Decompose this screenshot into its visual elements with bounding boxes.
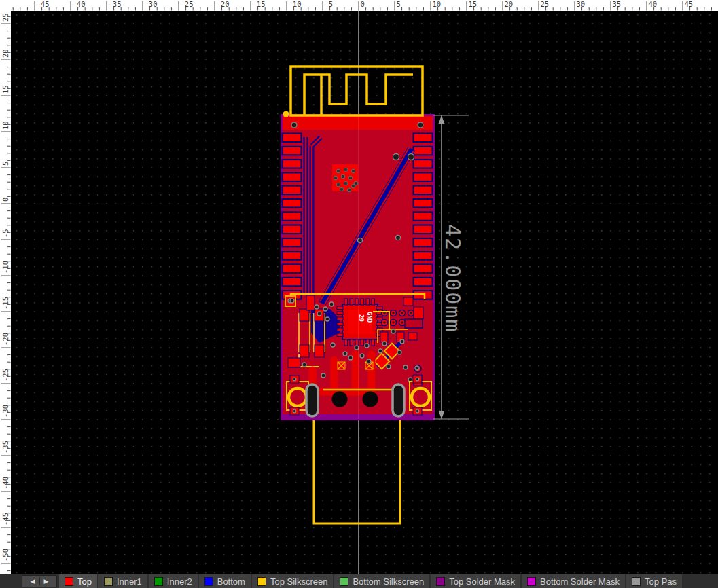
layer-tab-label: Inner1 (117, 576, 142, 587)
castellated-pad (414, 172, 433, 181)
left-ruler: -50-45-40-35-30-25-20-15-10-50510152025 (0, 0, 11, 574)
castellated-pad (414, 291, 433, 299)
castellated-pad (283, 238, 302, 247)
via (365, 344, 369, 348)
dimension-label: 42.000mm (441, 224, 465, 333)
castellated-pad (414, 238, 433, 247)
layer-tab-inner2[interactable]: Inner2 (149, 574, 198, 588)
svg-text:5: 5 (1, 162, 10, 166)
castellated-pad (283, 278, 302, 287)
svg-text:-30: -30 (1, 405, 10, 418)
via (321, 373, 325, 378)
svg-text:-30: -30 (145, 0, 158, 8)
via[interactable] (408, 154, 414, 160)
svg-text:-10: -10 (1, 261, 10, 274)
svg-text:-10: -10 (289, 0, 302, 8)
layer-tab-top-silkscreen[interactable]: Top Silkscreen (252, 574, 334, 588)
layer-tab-label: Top (77, 576, 92, 587)
usb-shield-slot (306, 384, 318, 416)
svg-text:45: 45 (685, 0, 694, 8)
castellated-pad (283, 265, 302, 274)
svg-text:-45: -45 (37, 0, 50, 8)
next-layer-button[interactable]: ▶ (40, 575, 53, 587)
svg-text:0: 0 (1, 198, 10, 202)
svg-text:-5: -5 (1, 229, 10, 238)
via (403, 365, 408, 369)
svg-text:30: 30 (577, 0, 586, 8)
svg-text:-45: -45 (1, 513, 10, 526)
svg-text:-15: -15 (1, 297, 10, 310)
svg-text:35: 35 (613, 0, 622, 8)
pcb-canvas[interactable]: GND 29 (0, 0, 718, 588)
layer-color-swatch (154, 577, 163, 586)
via (400, 339, 404, 344)
svg-text:-15: -15 (253, 0, 266, 8)
layer-nav: ◀ ▶ (22, 575, 57, 587)
castellated-pad (283, 199, 302, 208)
castellated-pad (283, 134, 302, 143)
svg-text:-40: -40 (1, 477, 10, 490)
svg-text:-35: -35 (1, 441, 10, 454)
castellated-pad (414, 265, 433, 274)
castellated-pad (414, 251, 433, 260)
svg-text:-35: -35 (109, 0, 122, 8)
layer-tab-label: Top Pas (645, 576, 677, 587)
via (391, 329, 395, 333)
castellated-pad (283, 225, 302, 234)
via[interactable] (396, 236, 401, 240)
top-ruler: -45-40-35-30-25-20-15-10-505101520253035… (0, 0, 718, 11)
svg-text:-25: -25 (181, 0, 194, 8)
layer-tab-top[interactable]: Top (59, 574, 97, 588)
via (387, 365, 391, 369)
via (329, 302, 334, 306)
via (343, 352, 347, 356)
via[interactable] (418, 122, 423, 128)
svg-text:-40: -40 (73, 0, 86, 8)
castellated-pad (283, 172, 302, 181)
prev-layer-button[interactable]: ◀ (26, 575, 39, 587)
castellated-pad (283, 251, 302, 260)
svg-text:-20: -20 (1, 333, 10, 346)
via (317, 312, 321, 316)
drill-hole (363, 392, 378, 407)
layer-color-swatch (204, 577, 213, 586)
layer-tab-inner1[interactable]: Inner1 (98, 574, 147, 588)
via (397, 350, 401, 354)
layer-color-swatch (632, 577, 641, 586)
layer-tab-bottom[interactable]: Bottom (199, 574, 251, 588)
castellated-pad (283, 147, 302, 155)
layer-tab-top-pas[interactable]: Top Pas (626, 574, 682, 588)
qfn-ic[interactable]: GND 29 (337, 299, 382, 346)
svg-text:-20: -20 (217, 0, 230, 8)
layer-tab-label: Top Silkscreen (270, 576, 328, 587)
drill-hole (332, 392, 348, 407)
layer-tab-bottom-solder-mask[interactable]: Bottom Solder Mask (522, 574, 625, 588)
pcb-editor-window: GND 29 (0, 0, 718, 588)
layer-tab-top-solder-mask[interactable]: Top Solder Mask (431, 574, 520, 588)
castellated-pad (414, 186, 433, 195)
layer-tab-bottom-silkscreen[interactable]: Bottom Silkscreen (334, 574, 429, 588)
layer-color-swatch (436, 577, 445, 586)
svg-text:-25: -25 (1, 369, 10, 382)
layer-color-swatch (340, 577, 348, 586)
via (302, 363, 306, 367)
via[interactable] (291, 122, 297, 128)
pcb-board[interactable]: GND 29 (281, 111, 434, 420)
castellated-pad (414, 225, 433, 234)
svg-text:5: 5 (397, 0, 401, 8)
via[interactable] (393, 154, 399, 160)
svg-text:15: 15 (469, 0, 478, 8)
castellated-pad (283, 212, 302, 221)
castellated-pad (283, 186, 302, 195)
via (367, 359, 371, 363)
svg-text:20: 20 (505, 0, 514, 8)
layer-bar: ◀ ▶ TopInner1Inner2BottomTop SilkscreenB… (0, 574, 718, 588)
svg-text:20: 20 (1, 49, 10, 58)
layer-color-swatch (257, 577, 266, 586)
via (290, 299, 294, 303)
ic-pad-label-gnd: GND (366, 312, 373, 323)
layer-color-swatch (104, 577, 113, 586)
via (323, 307, 327, 311)
usb-shield-slot (393, 384, 404, 416)
via (378, 349, 382, 353)
